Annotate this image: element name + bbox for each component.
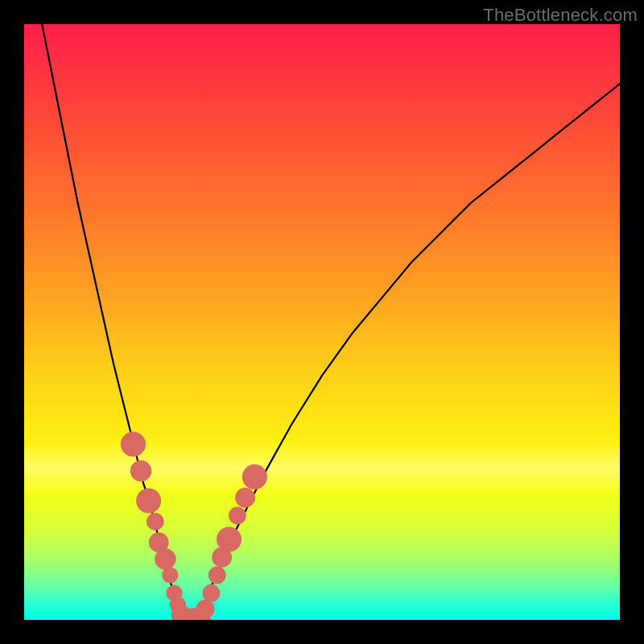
data-marker bbox=[147, 513, 164, 530]
data-marker bbox=[196, 600, 214, 618]
data-marker bbox=[217, 527, 242, 552]
chart-svg bbox=[24, 24, 620, 620]
curve-group bbox=[42, 24, 620, 620]
data-marker bbox=[121, 431, 146, 456]
data-marker bbox=[242, 464, 267, 489]
data-marker bbox=[130, 460, 151, 481]
data-marker bbox=[155, 548, 175, 569]
chart-frame: TheBottleneck.com bbox=[0, 0, 644, 644]
markers-group bbox=[121, 431, 267, 620]
data-marker bbox=[229, 507, 246, 525]
data-marker bbox=[208, 567, 226, 584]
watermark-text: TheBottleneck.com bbox=[483, 5, 638, 26]
data-marker bbox=[136, 488, 161, 513]
data-marker bbox=[235, 488, 255, 508]
data-marker bbox=[202, 584, 220, 602]
plot-area bbox=[24, 24, 620, 620]
bottleneck-curve bbox=[42, 24, 620, 620]
data-marker bbox=[162, 567, 178, 583]
